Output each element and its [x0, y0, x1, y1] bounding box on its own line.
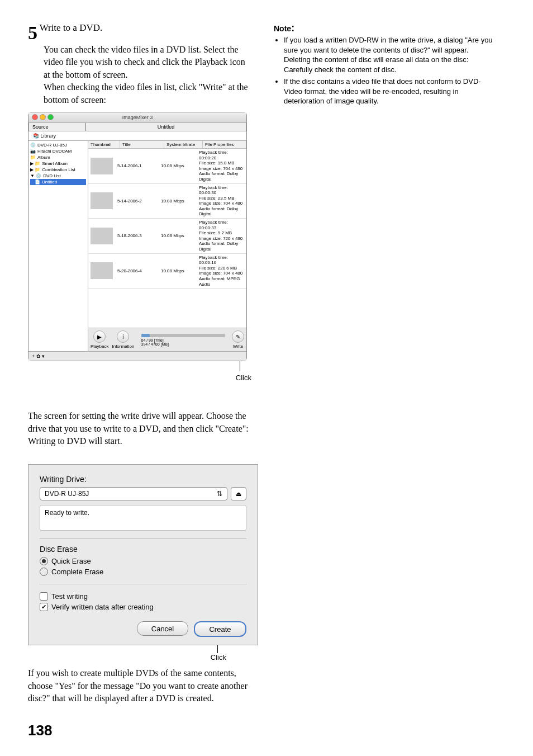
radio-icon: [40, 557, 48, 565]
step-header: 5 Write to a DVD.: [28, 22, 251, 44]
radio-icon: [40, 568, 48, 576]
list-row[interactable]: 5-18-2006-3 10.08 Mbps Playback time: 00…: [88, 219, 246, 254]
middle-paragraph: The screen for setting the write drive w…: [28, 410, 251, 447]
checkbox-icon: [40, 592, 48, 601]
page-number: 138: [28, 722, 505, 739]
information-button[interactable]: i Information: [112, 330, 134, 349]
note-list: If you load a written DVD-RW in the writ…: [274, 35, 497, 106]
header-title[interactable]: Title: [120, 141, 164, 148]
dialog-buttons: Cancel Create: [40, 621, 246, 637]
note-item: If the disc contains a video file that d…: [284, 77, 497, 106]
row-bitrate: 10.08 Mbps: [159, 232, 197, 239]
dropdown-arrows-icon: ⇅: [217, 490, 222, 498]
library-row[interactable]: 📚 Library: [28, 131, 246, 141]
sidebar-item[interactable]: 📁Album: [30, 154, 86, 160]
create-button[interactable]: Create: [194, 621, 246, 637]
disc-erase-heading: Disc Erase: [40, 545, 246, 554]
status-text: Ready to write.: [40, 505, 246, 531]
callout-line: [217, 645, 218, 653]
header-bitrate[interactable]: System bitrate: [164, 141, 203, 148]
disc-erase-section: Disc Erase Quick Erase Complete Erase: [40, 538, 246, 576]
play-icon: ▶: [93, 330, 106, 343]
checkbox-icon: ✔: [40, 603, 48, 611]
sidebar-item[interactable]: ▼ 💿DVD List: [30, 173, 86, 179]
row-title: 5-14-2006-2: [115, 197, 159, 205]
thumbnail: [91, 262, 113, 279]
playback-button[interactable]: ▶ Playback: [91, 330, 108, 349]
row-title: 5-18-2006-3: [115, 232, 159, 239]
sidebar: 💿DVD-R UJ-85J 📷Hitachi DVDCAM 📁Album ▶ 📁…: [28, 141, 88, 351]
sub-tabs: Source Untitled: [28, 123, 246, 131]
drive-select-row: DVD-R UJ-85J ⇅ ⏏: [40, 487, 246, 500]
close-icon[interactable]: [32, 114, 38, 120]
options-section: Test writing ✔ Verify written data after…: [40, 584, 246, 611]
note-heading: Note:: [274, 22, 497, 34]
window-titlebar: ImageMixer 3: [28, 112, 246, 123]
eject-icon: ⏏: [236, 490, 241, 498]
step-body-2: When checking the video files in list, c…: [44, 81, 251, 106]
write-button[interactable]: ✎ Write: [232, 330, 244, 349]
write-icon: ✎: [232, 330, 244, 343]
click-callout-2: Click: [28, 653, 226, 662]
verify-checkbox[interactable]: ✔ Verify written data after creating: [40, 603, 246, 611]
row-props: Playback time: 00:00:33 File size: 9.2 M…: [197, 219, 246, 253]
imagemixer-window: ImageMixer 3 Source Untitled 📚 Library 💿…: [28, 112, 247, 361]
thumbnail: [91, 228, 113, 244]
sidebar-item[interactable]: 💿DVD-R UJ-85J: [30, 142, 86, 148]
sidebar-item[interactable]: ▶ 📁Smart Album: [30, 160, 86, 167]
row-bitrate: 10.08 Mbps: [159, 197, 197, 205]
test-writing-checkbox[interactable]: Test writing: [40, 592, 246, 601]
bottom-toolbar: ▶ Playback i Information 04 / 99 [Title]…: [88, 328, 246, 351]
sidebar-item[interactable]: 📷Hitachi DVDCAM: [30, 148, 86, 154]
source-tab[interactable]: Source: [28, 123, 85, 131]
row-bitrate: 10.08 Mbps: [159, 267, 197, 275]
list-row[interactable]: 5-14-2006-1 10.08 Mbps Playback time: 00…: [88, 149, 246, 184]
row-props: Playback time: 00:06:16 File size: 220.6…: [197, 254, 246, 289]
drive-select[interactable]: DVD-R UJ-85J ⇅: [40, 487, 227, 500]
window-title: ImageMixer 3: [122, 115, 153, 120]
minimize-icon[interactable]: [40, 114, 46, 120]
eject-button[interactable]: ⏏: [231, 487, 246, 500]
step-title: Write to a DVD.: [40, 22, 103, 33]
cancel-button[interactable]: Cancel: [137, 621, 188, 636]
list-spacer: [88, 289, 246, 328]
row-props: Playback time: 00:00:30 File size: 23.5 …: [197, 184, 246, 219]
step-number: 5: [28, 22, 37, 43]
window-body: 💿DVD-R UJ-85J 📷Hitachi DVDCAM 📁Album ▶ 📁…: [28, 141, 246, 351]
step-body-1: You can check the video files in a DVD l…: [44, 44, 251, 81]
row-bitrate: 10.08 Mbps: [159, 162, 197, 169]
row-props: Playback time: 00:00:20 File size: 15.8 …: [197, 149, 246, 183]
list-row[interactable]: 5-14-2006-2 10.08 Mbps Playback time: 00…: [88, 184, 246, 219]
progress-area: 04 / 99 [Title] 394 / 4700 [MB]: [138, 334, 229, 346]
main-list: Thumbnail Title System bitrate File Prop…: [88, 141, 246, 351]
callout-line: [240, 361, 240, 371]
library-label: Library: [41, 133, 56, 139]
writing-drive-dialog: Writing Drive: DVD-R UJ-85J ⇅ ⏏ Ready to…: [28, 464, 258, 645]
complete-erase-radio[interactable]: Complete Erase: [40, 568, 246, 576]
header-props[interactable]: File Properties: [203, 141, 246, 148]
window-footer[interactable]: + ✿ ▾: [28, 351, 246, 361]
header-thumbnail[interactable]: Thumbnail: [88, 141, 120, 148]
right-column: Note: If you load a written DVD-RW in th…: [274, 22, 497, 705]
writing-drive-label: Writing Drive:: [40, 475, 246, 484]
note-item: If you load a written DVD-RW in the writ…: [284, 35, 497, 74]
sidebar-item[interactable]: ▶ 📁Combination List: [30, 167, 86, 173]
bottom-paragraph: If you wish to create multiple DVDs of t…: [28, 667, 251, 705]
list-row[interactable]: 5-20-2006-4 10.08 Mbps Playback time: 00…: [88, 254, 246, 289]
thumbnail: [91, 192, 113, 209]
untitled-tab[interactable]: Untitled: [85, 123, 246, 131]
list-headers: Thumbnail Title System bitrate File Prop…: [88, 141, 246, 149]
row-title: 5-14-2006-1: [115, 162, 159, 169]
quick-erase-radio[interactable]: Quick Erase: [40, 557, 246, 565]
row-title: 5-20-2006-4: [115, 267, 159, 275]
page-columns: 5 Write to a DVD. You can check the vide…: [28, 22, 505, 705]
click-callout-1: Click: [28, 374, 251, 382]
info-icon: i: [117, 330, 129, 343]
window-controls: [32, 114, 54, 120]
thumbnail: [91, 158, 113, 174]
sidebar-item-selected[interactable]: 📄Untitled: [30, 179, 86, 185]
progress-bar: [141, 334, 226, 337]
zoom-icon[interactable]: [47, 114, 54, 120]
left-column: 5 Write to a DVD. You can check the vide…: [28, 22, 251, 705]
